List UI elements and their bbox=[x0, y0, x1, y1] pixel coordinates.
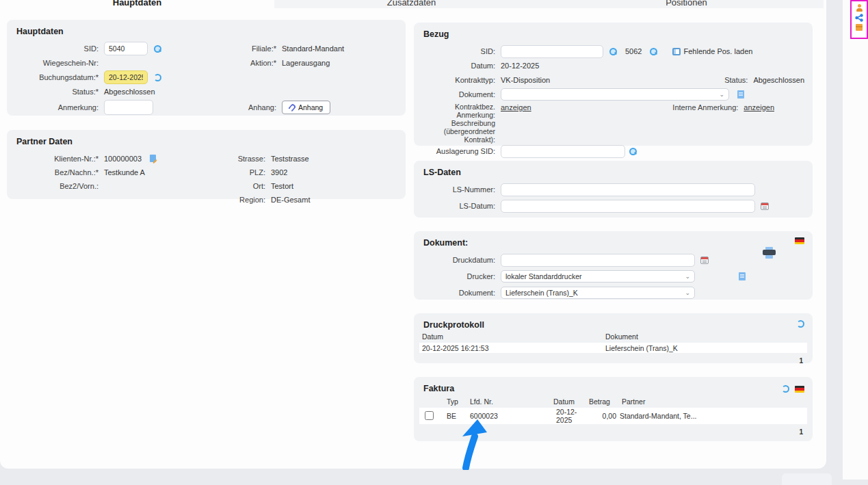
drucker-select-value: lokaler Standarddrucker bbox=[505, 272, 581, 280]
panel-bezug-title: Bezug bbox=[423, 29, 804, 39]
strasse-value: Teststrasse bbox=[271, 155, 397, 163]
kontrakttyp-label: Kontrakttyp: bbox=[422, 76, 501, 84]
sid-label: SID: bbox=[15, 44, 104, 53]
anmerkung-textarea[interactable] bbox=[104, 100, 153, 115]
tab-zusatzdaten-label: Zusatzdaten bbox=[274, 0, 549, 8]
region-label: Region: bbox=[222, 196, 271, 204]
kontrakttyp-value: VK-Disposition bbox=[501, 76, 550, 84]
panel-hauptdaten: Hauptdaten SID: Filiale:* Standard-Manda… bbox=[7, 20, 406, 116]
tab-positionen[interactable]: Positionen bbox=[549, 0, 824, 8]
drucker-select[interactable]: lokaler Standarddrucker ⌄ bbox=[501, 270, 695, 283]
ls-nummer-input[interactable] bbox=[501, 183, 755, 196]
panel-ls-daten: LS-Daten LS-Nummer: LS-Datum: bbox=[414, 161, 813, 218]
bez2-label: Bez2/Vorn.: bbox=[15, 182, 104, 190]
sid-input[interactable] bbox=[104, 42, 148, 55]
column-header-partner: Partner bbox=[616, 397, 807, 406]
printer-icon[interactable] bbox=[763, 247, 776, 259]
tab-positionen-label: Positionen bbox=[549, 0, 824, 8]
cell-typ: BE bbox=[447, 412, 470, 420]
table-row[interactable]: BE 6000023 20-12-2025 0,00 Standard-Mand… bbox=[419, 408, 807, 424]
search-icon[interactable] bbox=[609, 48, 617, 55]
panel-dokument: Dokument: Druckdatum: Drucker: lokaler S… bbox=[414, 231, 813, 300]
tab-hauptdaten[interactable]: Hauptdaten bbox=[0, 0, 274, 8]
bezug-status-value: Abgeschlossen bbox=[753, 76, 804, 84]
column-header-typ: Typ bbox=[447, 397, 470, 406]
right-rail bbox=[843, 0, 868, 480]
column-header-datum: Datum bbox=[547, 397, 589, 406]
anhang-button[interactable]: Anhang bbox=[282, 101, 330, 114]
row-checkbox[interactable] bbox=[425, 411, 434, 420]
interne-anzeigen-link[interactable]: anzeigen bbox=[744, 103, 774, 112]
cell-lfd-nr: 6000023 bbox=[470, 412, 547, 420]
fehlende-pos-link[interactable]: Fehlende Pos. laden bbox=[683, 47, 752, 55]
load-positions-icon[interactable] bbox=[672, 48, 681, 55]
auslagerung-input[interactable] bbox=[501, 145, 625, 158]
filiale-label: Filiale:* bbox=[220, 44, 282, 53]
bez-value: Testkunde A bbox=[104, 168, 222, 176]
dokument-select[interactable]: Lieferschein (Trans)_K ⌄ bbox=[501, 287, 695, 299]
edit-note-icon[interactable] bbox=[150, 155, 156, 162]
kontraktbez-anzeigen-link[interactable]: anzeigen bbox=[501, 103, 531, 112]
person-icon[interactable] bbox=[856, 4, 863, 12]
bezug-datum-value: 20-12-2025 bbox=[501, 62, 539, 70]
druckprotokoll-pager[interactable]: 1 bbox=[422, 357, 804, 365]
ls-nummer-label: LS-Nummer: bbox=[422, 185, 501, 194]
paperclip-icon bbox=[287, 103, 296, 112]
bezug-status-label: Status: bbox=[724, 76, 753, 84]
strasse-label: Strasse: bbox=[222, 155, 271, 163]
table-row[interactable]: 20-12-2025 16:21:53 Lieferschein (Trans)… bbox=[419, 343, 807, 353]
bezug-datum-label: Datum: bbox=[422, 62, 501, 70]
status-label: Status:* bbox=[15, 88, 104, 96]
bezug-dokument-label: Dokument: bbox=[422, 90, 501, 99]
ort-label: Ort: bbox=[222, 182, 271, 190]
panel-druckprotokoll: Druckprotokoll Datum Dokument 20-12-2025… bbox=[414, 313, 813, 363]
panel-hauptdaten-title: Hauptdaten bbox=[16, 27, 397, 36]
druckdatum-input[interactable] bbox=[501, 254, 695, 267]
plz-value: 3902 bbox=[271, 168, 397, 176]
cell-datum: 20-12-2025 bbox=[547, 408, 589, 424]
search-icon[interactable] bbox=[650, 48, 657, 55]
share-icon[interactable] bbox=[855, 14, 863, 22]
panel-partner-daten: Partner Daten Klienten-Nr.:* 100000003 S… bbox=[7, 130, 406, 199]
panel-faktura-title: Faktura bbox=[423, 384, 804, 393]
ls-datum-input[interactable] bbox=[501, 200, 755, 213]
side-toolbar bbox=[850, 0, 868, 39]
chevron-down-icon: ⌄ bbox=[685, 273, 690, 280]
calendar-icon[interactable] bbox=[761, 202, 769, 210]
tab-hauptdaten-label: Hauptdaten bbox=[0, 0, 274, 8]
document-icon[interactable] bbox=[739, 272, 746, 280]
ls-datum-label: LS-Datum: bbox=[422, 202, 501, 210]
refresh-icon[interactable] bbox=[782, 385, 789, 393]
bezug-dokument-select[interactable]: ⌄ bbox=[501, 88, 729, 101]
panel-partner-title: Partner Daten bbox=[16, 137, 397, 146]
druckdatum-label: Druckdatum: bbox=[422, 256, 501, 264]
dokument-select-label: Dokument: bbox=[422, 289, 501, 297]
anhang-label: Anhang: bbox=[220, 103, 282, 112]
plz-label: PLZ: bbox=[222, 168, 271, 176]
german-flag-icon[interactable] bbox=[795, 237, 804, 244]
german-flag-icon[interactable] bbox=[795, 386, 804, 393]
panel-bezug: Bezug SID: 5062 Fehlende Pos. laden Datu… bbox=[414, 23, 813, 146]
column-header-datum: Datum bbox=[419, 332, 605, 341]
package-icon[interactable] bbox=[856, 24, 863, 31]
bezug-sid-input[interactable] bbox=[501, 45, 603, 58]
refresh-icon[interactable] bbox=[154, 74, 161, 81]
buchungsdatum-input[interactable] bbox=[104, 70, 148, 84]
chevron-down-icon: ⌄ bbox=[685, 289, 690, 296]
buchungsdatum-label: Buchungsdatum:* bbox=[15, 73, 104, 81]
refresh-icon[interactable] bbox=[797, 320, 804, 328]
calendar-icon[interactable] bbox=[700, 257, 709, 264]
bottom-corner-chip bbox=[782, 473, 832, 485]
bez-label: Bez/Nachn.:* bbox=[15, 168, 104, 176]
tab-zusatzdaten[interactable]: Zusatzdaten bbox=[274, 0, 549, 8]
panel-dokument-title: Dokument: bbox=[423, 238, 804, 248]
column-header-lfd-nr: Lfd. Nr. bbox=[470, 397, 547, 406]
ort-value: Testort bbox=[271, 182, 397, 190]
document-icon[interactable] bbox=[737, 90, 744, 99]
status-value: Abgeschlossen bbox=[104, 88, 220, 96]
search-icon[interactable] bbox=[154, 45, 161, 53]
faktura-pager[interactable]: 1 bbox=[422, 428, 804, 436]
search-icon[interactable] bbox=[629, 148, 637, 155]
panel-faktura: Faktura Typ Lfd. Nr. Datum Betrag Partne… bbox=[414, 377, 813, 441]
cell-betrag: 0,00 bbox=[589, 412, 616, 420]
